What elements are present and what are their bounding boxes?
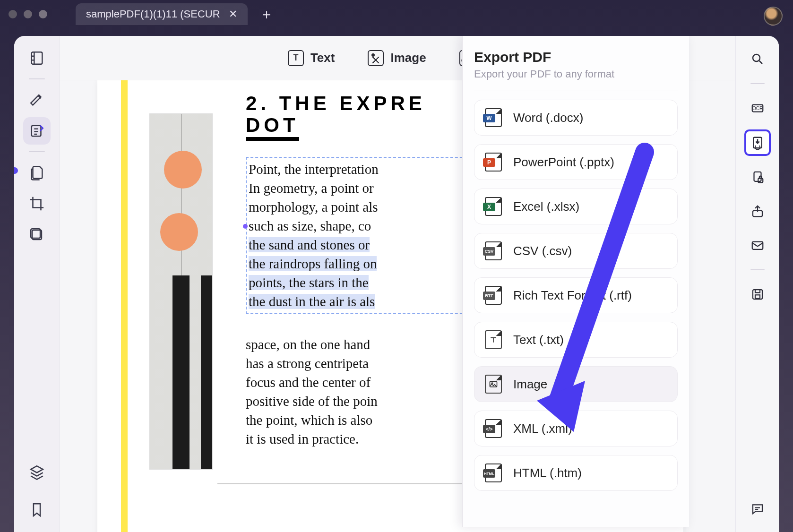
search-icon[interactable]	[745, 46, 770, 72]
protect-icon[interactable]	[745, 164, 770, 190]
image-icon	[368, 50, 384, 66]
export-xlsx-label: Excel (.xlsx)	[513, 199, 579, 214]
p2l3: focus and the center of	[246, 375, 371, 390]
export-word[interactable]: W Word (.docx)	[474, 100, 678, 136]
p1h2: the raindrops falling on	[249, 256, 377, 271]
export-powerpoint[interactable]: P PowerPoint (.pptx)	[474, 144, 678, 180]
window-controls	[9, 10, 47, 18]
txt-file-icon	[485, 330, 502, 349]
export-rtf-label: Rich Text Format (.rtf)	[513, 288, 632, 303]
mail-icon[interactable]	[745, 232, 770, 258]
p1l2: In geometry, a point or	[249, 180, 374, 196]
p1l4: such as size, shape, co	[249, 218, 371, 233]
p2l1: space, on the one hand	[246, 337, 370, 352]
highlighter-icon[interactable]	[23, 86, 51, 113]
html-file-icon: HTML	[485, 463, 502, 482]
document-figure	[149, 113, 213, 470]
yellow-margin-strip	[121, 80, 128, 532]
svg-rect-16	[753, 290, 762, 299]
export-pdf-panel: Export PDF Export your PDF to any format…	[462, 36, 689, 527]
ppt-file-icon: P	[485, 153, 502, 172]
svg-text:OCR: OCR	[752, 106, 762, 111]
heading-line1: 2. THE EXPRE	[246, 92, 426, 114]
rtf-file-icon: RTF	[485, 286, 502, 305]
image-file-icon	[485, 375, 502, 394]
layers-icon[interactable]	[23, 458, 51, 486]
export-word-label: Word (.docx)	[513, 111, 583, 125]
heading-line2: DOT	[246, 114, 299, 141]
svg-rect-17	[755, 295, 760, 299]
edit-text-icon[interactable]	[23, 117, 51, 145]
p2l5: the point, which is also	[246, 412, 372, 428]
right-divider	[750, 83, 765, 84]
content-area: T Text Image Link	[60, 36, 735, 532]
p1l3: morphology, a point als	[249, 199, 378, 215]
close-window-icon[interactable]	[9, 10, 17, 18]
p1h3: points, the stars in the	[249, 275, 369, 290]
p1h1: the sand and stones or	[249, 237, 370, 252]
export-image-label: Image	[513, 377, 547, 392]
add-tab-button[interactable]: ＋	[260, 8, 273, 21]
word-file-icon: W	[485, 108, 502, 127]
export-html-label: HTML (.htm)	[513, 466, 582, 481]
svg-rect-13	[758, 179, 763, 183]
p1h4: the dust in the air is als	[249, 294, 375, 309]
export-rtf[interactable]: RTF Rich Text Format (.rtf)	[474, 277, 678, 313]
left-sidebar	[14, 36, 60, 532]
comment-icon[interactable]	[745, 496, 770, 522]
p2l4: positive side of the poin	[246, 394, 378, 409]
export-txt[interactable]: Text (.txt)	[474, 322, 678, 358]
save-icon[interactable]	[745, 282, 770, 307]
export-format-list: W Word (.docx) P PowerPoint (.pptx) X Ex…	[474, 100, 678, 491]
p1l1: Point, the interpretation	[249, 162, 379, 177]
tab-document[interactable]: samplePDF(1)(1)11 (SECUR ✕	[76, 3, 248, 25]
p2l6: it is used in practice.	[246, 431, 359, 446]
bookmark-icon[interactable]	[23, 496, 51, 523]
right-sidebar: OCR	[735, 36, 779, 532]
close-tab-icon[interactable]: ✕	[229, 8, 237, 20]
tool-text[interactable]: T Text	[288, 50, 335, 66]
export-txt-label: Text (.txt)	[513, 333, 564, 347]
ocr-icon[interactable]: OCR	[745, 95, 770, 121]
xml-file-icon: </>	[485, 419, 502, 438]
svg-rect-0	[31, 52, 42, 64]
export-title: Export PDF	[474, 49, 678, 65]
csv-file-icon: CSV	[485, 241, 502, 260]
export-divider	[474, 91, 678, 91]
text-icon: T	[288, 50, 304, 66]
active-tool-indicator	[14, 167, 18, 174]
stamp-icon[interactable]	[23, 221, 51, 249]
tool-image[interactable]: Image	[368, 50, 426, 66]
export-xml[interactable]: </> XML (.xml)	[474, 411, 678, 446]
tool-text-label: Text	[310, 51, 335, 65]
thumbnails-icon[interactable]	[23, 44, 51, 72]
minimize-window-icon[interactable]	[24, 10, 32, 18]
excel-file-icon: X	[485, 197, 502, 216]
export-excel[interactable]: X Excel (.xlsx)	[474, 189, 678, 224]
titlebar: samplePDF(1)(1)11 (SECUR ✕ ＋	[0, 0, 793, 28]
right-divider	[750, 269, 765, 270]
crop-icon[interactable]	[23, 190, 51, 217]
export-html[interactable]: HTML HTML (.htm)	[474, 455, 678, 491]
app-window: T Text Image Link	[14, 36, 779, 532]
maximize-window-icon[interactable]	[39, 10, 47, 18]
tool-image-label: Image	[390, 51, 426, 65]
avatar[interactable]	[764, 7, 783, 26]
export-csv-label: CSV (.csv)	[513, 244, 572, 258]
sidebar-divider	[29, 151, 45, 152]
export-icon[interactable]	[744, 129, 771, 156]
export-subtitle: Export your PDF to any format	[474, 68, 678, 80]
p2l2: has a strong centripeta	[246, 356, 369, 371]
share-icon[interactable]	[745, 198, 770, 224]
svg-point-8	[753, 54, 760, 61]
export-image[interactable]: Image	[474, 366, 678, 402]
svg-rect-15	[752, 242, 763, 249]
export-ppt-label: PowerPoint (.pptx)	[513, 155, 614, 170]
export-csv[interactable]: CSV CSV (.csv)	[474, 233, 678, 269]
pages-icon[interactable]	[23, 159, 51, 186]
tab-title: samplePDF(1)(1)11 (SECUR	[86, 8, 220, 20]
export-xml-label: XML (.xml)	[513, 421, 572, 436]
sidebar-divider	[29, 78, 45, 79]
